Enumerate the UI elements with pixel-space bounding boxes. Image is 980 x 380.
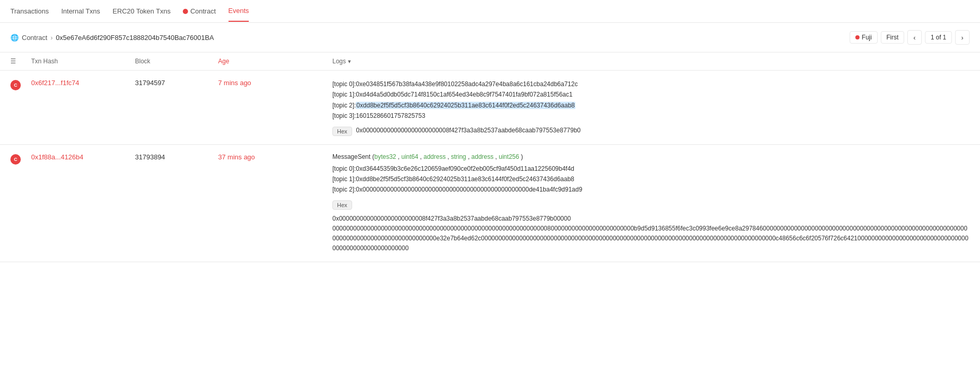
table-row: C 0x1f88a...4126b4 31793894 37 mins ago … — [0, 145, 980, 263]
logs-filter-icon[interactable]: ▾ — [348, 58, 351, 65]
breadcrumb: 🌐 Contract › 0x5e67eA6d6f290F857c1888204… — [10, 34, 214, 42]
fuji-badge: Fuji — [850, 31, 877, 44]
topic-1: [topic 1]:0xd4d4a5d0db05dc714f8150c1af65… — [332, 89, 970, 100]
topic-1: [topic 1]:0xdd8be2f5f5d5cf3b8640c6292402… — [332, 174, 970, 184]
topic-2: [topic 2]:0x0000000000000000000000000000… — [332, 184, 970, 195]
contract-red-dot — [183, 9, 188, 14]
age-cell: 7 mins ago — [218, 79, 332, 87]
th-txn-hash: Txn Hash — [31, 58, 135, 65]
next-page-button[interactable]: › — [955, 30, 970, 45]
tab-contract[interactable]: Contract — [183, 1, 216, 21]
th-age: Age — [218, 58, 332, 65]
top-navigation: Transactions Internal Txns ERC20 Token T… — [0, 0, 980, 23]
tab-events[interactable]: Events — [229, 1, 249, 22]
hex-row: Hex 0x0000000000000000000000008f427f3a3a… — [332, 199, 970, 254]
hex-row: Hex 0x0000000000000000000000008f427f3a3a… — [332, 126, 970, 136]
breadcrumb-address: 0x5e67eA6d6f290F857c1888204b7540Bac76001… — [56, 34, 213, 42]
breadcrumb-bar: 🌐 Contract › 0x5e67eA6d6f290F857c1888204… — [0, 23, 980, 52]
row-icon: C — [10, 79, 31, 90]
th-block: Block — [135, 58, 218, 65]
contract-icon: C — [10, 80, 21, 90]
th-filter[interactable]: ☰ — [10, 58, 31, 65]
topic-0: [topic 0]:0xe034851f567b38fa4a438e9f8010… — [332, 79, 970, 89]
fuji-dot-icon — [855, 35, 860, 39]
breadcrumb-separator: › — [50, 34, 52, 42]
topic-2: [topic 2]:0xdd8be2f5f5d5cf3b8640c6292402… — [332, 100, 970, 111]
th-logs: Logs ▾ — [332, 58, 970, 65]
contract-icon: C — [10, 154, 21, 165]
age-cell: 37 mins ago — [218, 153, 332, 161]
first-page-button[interactable]: First — [881, 31, 904, 44]
pagination: Fuji First ‹ 1 of 1 › — [850, 30, 970, 45]
hex-badge[interactable]: Hex — [332, 127, 352, 136]
page-info: 1 of 1 — [925, 31, 952, 44]
logs-label: Logs — [332, 58, 346, 65]
breadcrumb-contract: Contract — [22, 34, 47, 42]
tab-internal-txns[interactable]: Internal Txns — [61, 1, 100, 21]
tab-erc20-token-txns[interactable]: ERC20 Token Txns — [113, 1, 171, 21]
message-sent-signature: MessageSent (bytes32 , uint64 , address … — [332, 153, 970, 160]
fuji-label: Fuji — [862, 34, 871, 41]
globe-icon: 🌐 — [10, 34, 19, 42]
hex-badge[interactable]: Hex — [332, 200, 352, 210]
row-icon: C — [10, 153, 31, 165]
topic-3: [topic 3]:16015286601757825753 — [332, 111, 970, 121]
events-table: ☰ Txn Hash Block Age Logs ▾ C 0x6f217...… — [0, 52, 980, 262]
hex-value: 0x0000000000000000000000008f427f3a3a8b25… — [332, 214, 970, 254]
block-cell: 31793894 — [135, 153, 218, 161]
block-cell: 31794597 — [135, 79, 218, 87]
prev-page-button[interactable]: ‹ — [907, 30, 922, 45]
hex-value: 0x0000000000000000000000008f427f3a3a8b25… — [356, 126, 581, 135]
txn-hash-link[interactable]: 0x1f88a...4126b4 — [31, 153, 83, 161]
tab-transactions[interactable]: Transactions — [10, 1, 49, 21]
logs-cell: [topic 0]:0xe034851f567b38fa4a438e9f8010… — [332, 79, 970, 136]
filter-icon: ☰ — [10, 58, 16, 65]
txn-hash-cell: 0x1f88a...4126b4 — [31, 153, 135, 161]
topic-0: [topic 0]:0xd36445359b3c6e26c120659aef09… — [332, 164, 970, 174]
txn-hash-link[interactable]: 0x6f217...f1fc74 — [31, 79, 79, 87]
table-header: ☰ Txn Hash Block Age Logs ▾ — [0, 52, 980, 71]
txn-hash-cell: 0x6f217...f1fc74 — [31, 79, 135, 87]
logs-cell: MessageSent (bytes32 , uint64 , address … — [332, 153, 970, 254]
table-row: C 0x6f217...f1fc74 31794597 7 mins ago [… — [0, 71, 980, 145]
